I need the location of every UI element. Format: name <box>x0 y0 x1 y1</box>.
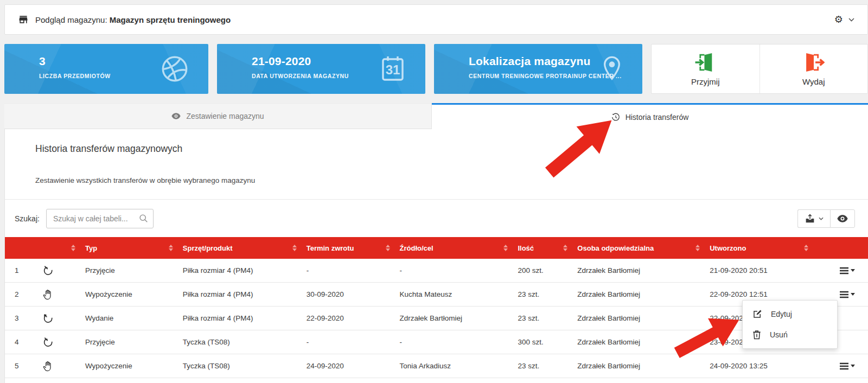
row-number: 1 <box>5 266 33 275</box>
sort-icon <box>292 245 297 251</box>
table-row: 1 Przyjęcie Piłka rozmiar 4 (PM4) - - 20… <box>5 259 868 283</box>
header-osoba-odpowiedzialna[interactable]: Osoba odpowiedzialna <box>573 237 705 259</box>
chevron-down-icon <box>819 217 824 220</box>
tab-bar: Zestawienie magazynu Historia transferów <box>4 103 868 129</box>
store-icon <box>18 14 29 25</box>
gear-icon: ⚙ <box>834 14 843 25</box>
transfer-in-icon <box>33 337 81 348</box>
cell-ilosc: 23 szt. <box>513 290 573 298</box>
transfer-out-icon <box>33 313 81 324</box>
eye-icon <box>171 113 181 119</box>
cell-ilosc: 23 szt. <box>513 314 573 322</box>
hand-icon <box>33 361 81 372</box>
tab-label: Historia transferów <box>626 113 689 122</box>
menu-item-label: Usuń <box>770 330 788 339</box>
sort-icon <box>71 245 75 251</box>
table-toolbar: Szukaj: <box>5 199 868 237</box>
section-title: Historia transferów magazynowych <box>5 129 868 155</box>
issue-button-label: Wydaj <box>802 77 825 86</box>
row-number: 5 <box>5 362 33 370</box>
export-button[interactable] <box>797 209 830 228</box>
calendar-31-icon: 31 <box>380 55 406 83</box>
tab-label: Zestawienie magazynu <box>186 112 264 120</box>
row-actions-button[interactable] <box>839 362 855 370</box>
tab-warehouse-summary[interactable]: Zestawienie magazynu <box>4 103 432 129</box>
cell-termin: - <box>302 338 395 346</box>
transfer-in-icon <box>33 265 81 276</box>
cell-termin: 22-09-2020 <box>302 314 395 322</box>
eye-icon <box>837 215 848 222</box>
menu-item-edit[interactable]: Edytuj <box>743 304 837 324</box>
chevron-down-icon <box>848 18 854 22</box>
sort-icon <box>563 245 567 251</box>
sort-icon <box>804 245 808 251</box>
receive-button[interactable]: Przyjmij <box>652 44 760 93</box>
cell-sprzet: Tyczka (TS08) <box>178 362 302 370</box>
cell-termin: 24-09-2020 <box>302 362 395 370</box>
header-utworzono[interactable]: Utworzono <box>705 237 814 259</box>
stat-card-location: Lokalizacja magazynu CENTRUM TRENINGOWE … <box>434 44 642 94</box>
trash-icon <box>752 330 761 340</box>
cell-osoba: Zdrzałek Bartłomiej <box>573 290 705 298</box>
cell-zrodlo: Zdrzałek Bartłomiej <box>395 314 514 322</box>
cell-ilosc: 300 szt. <box>513 338 573 346</box>
search-input[interactable] <box>46 209 154 228</box>
settings-menu-button[interactable]: ⚙ <box>834 14 854 25</box>
header-type-icon[interactable] <box>33 237 81 259</box>
warehouse-actions: Przyjmij Wydaj <box>651 44 868 94</box>
cell-typ: Przyjęcie <box>81 266 178 275</box>
stat-card-item-count: 3 LICZBA PRZEDMIOTÓW <box>4 44 208 94</box>
cell-zrodlo: - <box>395 338 514 346</box>
dribbble-ball-icon <box>161 55 189 83</box>
table-header: Typ Sprzęt/produkt Termin zwrotu Źródło/… <box>5 237 868 259</box>
table-row: 2 Wypożyczenie Piłka rozmiar 4 (PM4) 30-… <box>5 283 868 307</box>
row-number: 3 <box>5 314 33 322</box>
stat-card-created-date: 21-09-2020 DATA UTWORZENIA MAGAZYNU 31 <box>217 44 425 94</box>
cell-zrodlo: - <box>395 266 514 275</box>
table-row: 5 Wypożyczenie Tyczka (TS08) 24-09-2020 … <box>5 354 868 378</box>
row-context-menu: Edytuj Usuń <box>742 300 838 349</box>
warehouse-name: Magazyn sprzętu treningowego <box>110 15 231 24</box>
column-visibility-button[interactable] <box>830 209 855 228</box>
cell-sprzet: Piłka rozmiar 4 (PM4) <box>178 314 302 322</box>
cell-ilosc: 200 szt. <box>513 266 573 275</box>
door-out-icon <box>803 52 825 73</box>
menu-item-label: Edytuj <box>771 310 792 318</box>
cell-utworzono: 22-09-2020 12:51 <box>705 290 814 298</box>
transfer-history-panel: Historia transferów magazynowych Zestawi… <box>4 129 868 383</box>
cell-termin: - <box>302 266 395 275</box>
header-typ[interactable]: Typ <box>81 237 178 259</box>
tab-transfer-history[interactable]: Historia transferów <box>432 103 868 129</box>
sort-icon <box>503 245 508 251</box>
cell-typ: Wypożyczenie <box>81 362 178 370</box>
page-title: Podgląd magazynu: Magazyn sprzętu trenin… <box>18 14 231 25</box>
sort-icon <box>695 245 700 251</box>
sort-icon <box>386 245 390 251</box>
cell-sprzet: Piłka rozmiar 4 (PM4) <box>178 290 302 298</box>
cell-typ: Wydanie <box>81 314 178 322</box>
cell-utworzono: 24-09-2020 13:25 <box>705 362 814 370</box>
header-zrodlo-cel[interactable]: Źródło/cel <box>395 237 514 259</box>
cell-ilosc: 23 szt. <box>513 362 573 370</box>
export-icon <box>805 214 815 224</box>
header-sprzet-produkt[interactable]: Sprzęt/produkt <box>178 237 302 259</box>
map-pin-icon <box>601 54 623 84</box>
issue-button[interactable]: Wydaj <box>760 44 868 93</box>
row-actions-button[interactable] <box>839 291 855 298</box>
header-ilosc[interactable]: Ilość <box>513 237 573 259</box>
row-actions-button[interactable] <box>839 267 855 275</box>
cell-termin: 30-09-2020 <box>302 290 395 298</box>
cell-osoba: Zdrzałek Bartłomiej <box>573 338 705 346</box>
cell-utworzono: 21-09-2020 20:51 <box>705 266 814 275</box>
table-row: 4 Przyjęcie Tyczka (TS08) - - 300 szt. Z… <box>5 330 868 354</box>
page-title-prefix: Podgląd magazynu: <box>35 15 107 24</box>
edit-icon <box>752 309 762 319</box>
header-termin-zwrotu[interactable]: Termin zwrotu <box>302 237 395 259</box>
receive-button-label: Przyjmij <box>691 77 720 86</box>
cell-zrodlo: Tonia Arkadiusz <box>395 362 514 370</box>
history-icon <box>611 113 620 122</box>
cell-osoba: Zdrzałek Bartłomiej <box>573 266 705 275</box>
cell-zrodlo: Kuchta Mateusz <box>395 290 514 298</box>
table-row: 3 Wydanie Piłka rozmiar 4 (PM4) 22-09-20… <box>5 307 868 330</box>
menu-item-delete[interactable]: Usuń <box>743 324 837 345</box>
